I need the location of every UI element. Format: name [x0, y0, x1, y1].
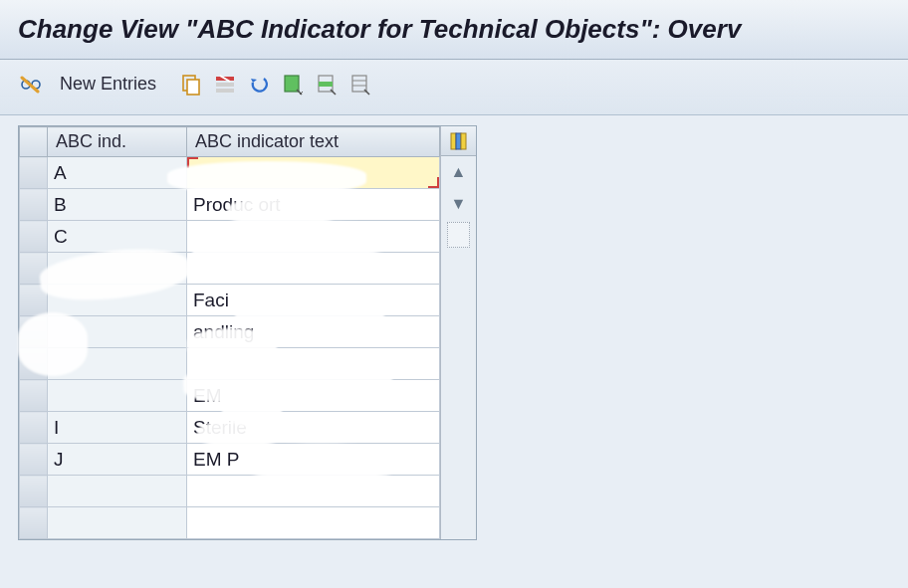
table-row: I Sterile	[20, 412, 440, 444]
scroll-up-button[interactable]: ▲	[441, 156, 476, 188]
ind-cell[interactable]: C	[48, 221, 187, 253]
ind-cell[interactable]: J	[48, 444, 187, 476]
ind-cell[interactable]	[48, 507, 187, 539]
column-settings-button[interactable]	[441, 126, 476, 156]
table-container: ABC ind. ABC indicator text ABProduc ort…	[18, 125, 477, 540]
txt-cell[interactable]	[187, 157, 440, 189]
table-row	[20, 348, 440, 380]
txt-cell[interactable]	[187, 253, 440, 285]
row-selector[interactable]	[20, 157, 48, 189]
svg-rect-15	[456, 133, 461, 149]
select-all-button[interactable]	[280, 72, 306, 98]
table-row: EM	[20, 380, 440, 412]
select-block-button[interactable]	[314, 72, 340, 98]
row-selector[interactable]	[20, 221, 48, 253]
select-block-icon	[317, 74, 337, 96]
ind-cell[interactable]: A	[48, 157, 187, 189]
delete-button[interactable]	[212, 72, 238, 98]
ind-cell[interactable]	[48, 253, 187, 285]
table-row: A	[20, 157, 440, 189]
svg-rect-14	[451, 133, 456, 149]
txt-cell[interactable]: Sterile	[187, 412, 440, 444]
row-selector[interactable]	[20, 412, 48, 444]
txt-cell[interactable]: EM	[187, 380, 440, 412]
table-row: andling	[20, 316, 440, 348]
row-selector[interactable]	[20, 316, 48, 348]
table-row: JEM P	[20, 444, 440, 476]
new-entries-button[interactable]: New Entries	[52, 70, 164, 98]
ind-cell[interactable]	[48, 316, 187, 348]
svg-rect-5	[216, 83, 234, 87]
svg-rect-8	[285, 76, 299, 92]
delete-row-icon	[214, 75, 236, 95]
copy-as-button[interactable]	[178, 72, 204, 98]
txt-cell[interactable]	[187, 476, 440, 507]
copy-icon	[181, 74, 201, 96]
txt-cell[interactable]: andling	[187, 316, 440, 348]
table-row: BProduc ort	[20, 189, 440, 221]
undo-icon	[248, 75, 270, 95]
txt-cell[interactable]: Faci	[187, 285, 440, 316]
row-selector[interactable]	[20, 285, 48, 316]
row-selector[interactable]	[20, 507, 48, 539]
svg-rect-3	[187, 80, 199, 95]
table-row	[20, 507, 440, 539]
ind-cell[interactable]	[48, 285, 187, 316]
deselect-all-button[interactable]	[347, 72, 373, 98]
ind-cell[interactable]: B	[48, 189, 187, 221]
ind-cell[interactable]	[48, 380, 187, 412]
col-header-ind[interactable]: ABC ind.	[48, 127, 187, 157]
txt-cell[interactable]: Produc ort	[187, 189, 440, 221]
row-selector[interactable]	[20, 189, 48, 221]
svg-rect-16	[461, 133, 466, 149]
table-scroll-rail: ▲ ▼	[440, 126, 476, 539]
txt-cell[interactable]: EM P	[187, 444, 440, 476]
svg-rect-10	[319, 82, 333, 87]
content-area: ABC ind. ABC indicator text ABProduc ort…	[0, 115, 908, 550]
table-row: C	[20, 221, 440, 253]
col-header-txt[interactable]: ABC indicator text	[187, 127, 440, 157]
row-selector[interactable]	[20, 444, 48, 476]
row-selector[interactable]	[20, 253, 48, 285]
table-row: Faci	[20, 285, 440, 316]
columns-icon	[450, 132, 468, 150]
abc-indicator-table: ABC ind. ABC indicator text ABProduc ort…	[19, 126, 440, 539]
title-bar: Change View "ABC Indicator for Technical…	[0, 0, 908, 60]
select-all-icon	[283, 74, 303, 96]
table-row	[20, 253, 440, 285]
table-row	[20, 476, 440, 507]
row-selector[interactable]	[20, 476, 48, 507]
scroll-handle[interactable]	[447, 222, 470, 248]
svg-rect-6	[216, 89, 234, 93]
ind-cell[interactable]	[48, 476, 187, 507]
scroll-down-button[interactable]: ▼	[441, 188, 476, 220]
deselect-icon	[350, 74, 370, 96]
glasses-icon	[20, 76, 42, 94]
row-select-header[interactable]	[20, 127, 48, 157]
toolbar: New Entries	[0, 60, 908, 115]
row-selector[interactable]	[20, 348, 48, 380]
undo-button[interactable]	[246, 72, 272, 98]
txt-cell[interactable]	[187, 507, 440, 539]
ind-cell[interactable]	[48, 348, 187, 380]
ind-cell[interactable]: I	[48, 412, 187, 444]
txt-cell[interactable]	[187, 348, 440, 380]
txt-cell[interactable]	[187, 221, 440, 253]
row-selector[interactable]	[20, 380, 48, 412]
display-toggle-button[interactable]	[18, 72, 44, 98]
table-wrapper: ABC ind. ABC indicator text ABProduc ort…	[18, 125, 477, 540]
page-title: Change View "ABC Indicator for Technical…	[18, 14, 741, 45]
svg-rect-11	[352, 76, 366, 92]
